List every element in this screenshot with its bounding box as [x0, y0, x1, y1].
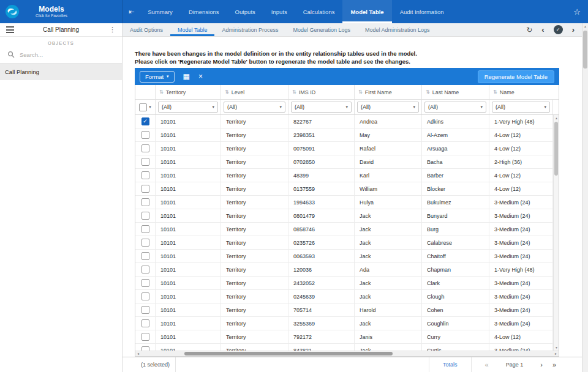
subtab-model-administration-logs[interactable]: Model Administration Logs — [358, 23, 437, 36]
app-brand[interactable]: Models Click for Favorites — [0, 0, 123, 23]
row-checkbox-cell[interactable] — [135, 303, 156, 316]
table-row[interactable]: 10101Territory705714HaroldCohen3-Medium … — [135, 303, 553, 317]
select-all-checkbox[interactable] — [139, 103, 147, 111]
column-header-territory[interactable]: ⇅ Territory — [156, 85, 221, 99]
table-row[interactable]: 10101Territory0858746JackBurg3-Medium (2… — [135, 223, 553, 236]
row-checkbox[interactable] — [141, 319, 149, 327]
row-checkbox[interactable] — [141, 144, 149, 152]
row-checkbox[interactable] — [141, 239, 149, 247]
sort-icon[interactable]: ⇅ — [426, 89, 430, 95]
tab-model-table[interactable]: Model Table — [342, 0, 391, 23]
row-checkbox[interactable] — [141, 131, 149, 139]
table-row[interactable]: 10101Territory0075091RafaelArsuaga4-Low … — [135, 142, 553, 155]
row-checkbox-cell[interactable] — [135, 344, 156, 351]
table-row[interactable]: 10101Territory792172JanisCurry4-Low (12) — [135, 330, 553, 344]
sort-icon[interactable]: ⇅ — [493, 89, 497, 95]
column-header-ims-id[interactable]: ⇅ IMS ID — [288, 85, 355, 99]
row-checkbox[interactable] — [141, 306, 149, 314]
kebab-menu-icon[interactable]: ⋮ — [109, 26, 116, 34]
table-row[interactable]: 10101Territory0801479JackBunyard3-Medium… — [135, 209, 553, 223]
row-checkbox[interactable] — [141, 198, 149, 206]
first-page-icon[interactable]: « — [485, 362, 489, 368]
row-checkbox[interactable] — [141, 266, 149, 273]
column-header-last-name[interactable]: ⇅ Last Name — [422, 85, 489, 99]
row-checkbox[interactable] — [141, 292, 149, 300]
column-header-level[interactable]: ⇅ Level — [221, 85, 288, 99]
subtab-model-table[interactable]: Model Table — [170, 23, 214, 36]
next-page-icon[interactable]: › — [540, 362, 543, 368]
row-checkbox[interactable] — [141, 171, 149, 179]
table-row[interactable]: 10101Territory120036AdaChapman1-Very Hig… — [135, 263, 553, 277]
filter-select-name[interactable]: (All) ▾ — [492, 102, 550, 113]
row-checkbox-cell[interactable] — [135, 263, 156, 276]
table-row[interactable]: 10101Territory2398351MayAl-Azem4-Low (12… — [135, 128, 553, 142]
table-row[interactable]: 10101Territory0235726JackCalabrese3-Medi… — [135, 236, 553, 250]
table-row[interactable]: 10101Territory2432052JackClark3-Medium (… — [135, 277, 553, 290]
row-checkbox-cell[interactable] — [135, 290, 156, 303]
row-checkbox-cell[interactable]: ✓ — [135, 115, 156, 128]
table-row[interactable]: 10101Territory3255369JackCoughlin3-Mediu… — [135, 317, 553, 330]
row-checkbox[interactable] — [141, 212, 149, 220]
tab-summary[interactable]: Summary — [140, 0, 181, 23]
sort-icon[interactable]: ⇅ — [292, 89, 296, 95]
tab-inputs[interactable]: Inputs — [263, 0, 295, 23]
favorite-star-icon[interactable]: ☆ — [573, 0, 588, 23]
filter-checkbox-cell[interactable]: ▾ — [135, 100, 156, 114]
table-row[interactable]: 10101Territory0245639JackClough3-Medium … — [135, 290, 553, 303]
row-checkbox[interactable]: ✓ — [141, 117, 149, 125]
table-horizontal-scrollbar[interactable]: ◄ ► — [135, 351, 559, 356]
horizontal-scroll-thumb[interactable] — [184, 352, 393, 355]
sort-icon[interactable]: ⇅ — [225, 89, 229, 95]
row-checkbox-cell[interactable] — [135, 155, 156, 168]
row-checkbox-cell[interactable] — [135, 236, 156, 249]
filter-select-territory[interactable]: (All) ▾ — [158, 102, 218, 113]
clear-filters-icon[interactable]: × — [198, 73, 203, 80]
row-checkbox[interactable] — [141, 252, 149, 260]
column-header-name[interactable]: ⇅ Name — [489, 85, 559, 99]
row-checkbox-cell[interactable] — [135, 250, 156, 262]
row-checkbox-cell[interactable] — [135, 182, 156, 195]
row-checkbox-cell[interactable] — [135, 142, 156, 155]
page-scroll-thumb[interactable] — [583, 31, 587, 69]
refresh-icon[interactable]: ↻ — [526, 26, 532, 34]
column-header-first-name[interactable]: ⇅ First Name — [355, 85, 422, 99]
table-row[interactable]: ✓10101Territory822767AndreaAdkins1-Very … — [135, 115, 553, 128]
row-checkbox[interactable] — [141, 185, 149, 193]
table-row[interactable]: 10101Territory0137559WilliamBlocker4-Low… — [135, 182, 553, 196]
tab-audit-information[interactable]: Audit Information — [392, 0, 452, 23]
search-input[interactable] — [20, 51, 108, 58]
filter-select-last-name[interactable]: (All) ▾ — [424, 102, 486, 113]
scroll-left-icon[interactable]: ◄ — [137, 352, 140, 355]
subtab-model-generation-logs[interactable]: Model Generation Logs — [285, 23, 358, 36]
last-page-icon[interactable]: » — [552, 362, 556, 368]
format-button[interactable]: Format ▾ — [140, 71, 175, 83]
filter-select-first-name[interactable]: (All) ▾ — [357, 102, 419, 113]
chevron-down-icon[interactable]: ▾ — [149, 105, 151, 110]
tab-calculations[interactable]: Calculations — [295, 0, 343, 23]
row-checkbox-cell[interactable] — [135, 196, 156, 209]
row-checkbox-cell[interactable] — [135, 277, 156, 289]
scroll-right-icon[interactable]: ► — [554, 352, 557, 355]
table-row[interactable]: 10101Territory1994633HulyaBukulmez3-Medi… — [135, 196, 553, 209]
table-vertical-scrollbar[interactable]: ▲ ▼ — [553, 115, 559, 351]
table-row[interactable]: 10101Territory843821JackCurtis3-Medium (… — [135, 344, 553, 351]
totals-link[interactable]: Totals — [429, 357, 472, 372]
filter-select-ims-id[interactable]: (All) ▾ — [291, 102, 352, 113]
row-checkbox-cell[interactable] — [135, 330, 156, 343]
scroll-down-icon[interactable]: ▼ — [554, 346, 559, 349]
check-circle-icon[interactable]: ✓ — [554, 25, 563, 34]
app-subtitle[interactable]: Click for Favorites — [36, 13, 67, 18]
page-vertical-scrollbar[interactable]: ▲ — [582, 23, 588, 372]
columns-grid-icon[interactable]: ▦ — [183, 73, 190, 80]
row-checkbox[interactable] — [141, 158, 149, 166]
tab-dimensions[interactable]: Dimensions — [181, 0, 227, 23]
sidebar-item-call-planning[interactable]: Call Planning — [0, 64, 122, 80]
filter-select-level[interactable]: (All) ▾ — [224, 102, 285, 113]
vertical-scroll-thumb[interactable] — [554, 122, 558, 176]
chevron-right-icon[interactable]: › — [572, 26, 575, 34]
table-row[interactable]: 10101Territory48399KarlBarber4-Low (12) — [135, 169, 553, 182]
row-checkbox[interactable] — [141, 333, 149, 341]
regenerate-model-table-button[interactable]: Regenerate Model Table — [478, 70, 554, 83]
scroll-up-icon[interactable]: ▲ — [582, 24, 588, 28]
row-checkbox[interactable] — [141, 279, 149, 287]
